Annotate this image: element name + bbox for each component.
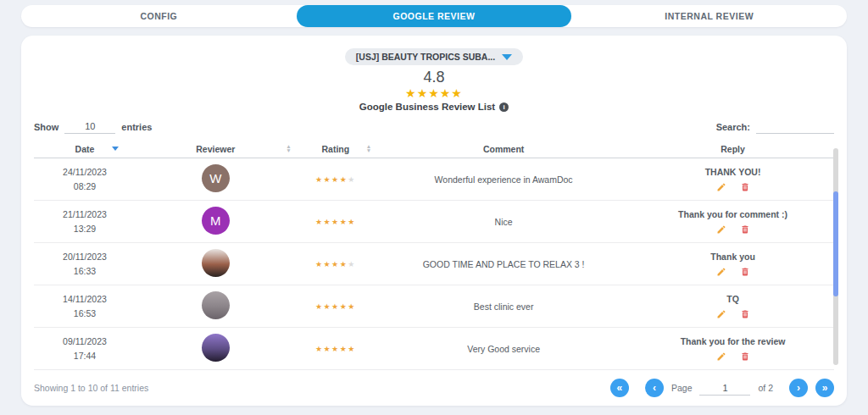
tab-google-review[interactable]: GOOGLE REVIEW <box>297 5 572 27</box>
reply-text: THANK YOU! <box>705 167 761 177</box>
review-time: 16:33 <box>34 264 136 279</box>
tab-internal-review[interactable]: INTERNAL REVIEW <box>571 5 847 27</box>
table-controls: Show entries Search: <box>34 119 834 134</box>
search-control: Search: <box>716 119 834 134</box>
show-label: Show <box>34 122 58 132</box>
review-date-cell: 20/11/2023 16:33 <box>34 250 136 279</box>
rating-stars: ★★★★★ <box>296 302 376 311</box>
review-date: 09/11/2023 <box>34 335 136 349</box>
reviewer-cell: M <box>136 207 296 237</box>
star-icon: ★ <box>405 86 417 100</box>
previous-page-button[interactable]: ‹ <box>645 379 664 397</box>
star-icon: ★ <box>315 260 324 268</box>
delete-trash-icon[interactable] <box>740 182 750 192</box>
scrollbar-track[interactable] <box>833 148 838 365</box>
business-selector-dropdown[interactable]: [USJ] BEAUTY TROPICS SUBA... <box>345 48 523 65</box>
column-header-comment: Comment <box>376 140 632 158</box>
table-footer: Showing 1 to 10 of 11 entries « ‹ Page o… <box>34 379 834 397</box>
column-header-date[interactable]: Date <box>34 140 136 158</box>
avatar-photo <box>202 249 230 277</box>
delete-trash-icon[interactable] <box>740 267 750 277</box>
edit-pencil-icon[interactable] <box>716 182 726 192</box>
chevron-down-icon <box>502 54 512 60</box>
table-row: 09/11/2023 17:44 ★★★★★ Very Good service… <box>34 328 834 370</box>
search-input[interactable] <box>756 119 834 134</box>
reply-actions <box>716 267 750 277</box>
reviewer-cell: W <box>136 164 296 195</box>
column-header-reply-label: Reply <box>721 144 745 154</box>
avatar-photo <box>202 334 230 362</box>
sort-both-icon <box>286 145 291 152</box>
reply-text: Thank you for comment :) <box>678 209 787 219</box>
page-number-input[interactable] <box>699 381 750 396</box>
review-panel: [USJ] BEAUTY TROPICS SUBA... 4.8 ★★★★★ G… <box>21 36 847 406</box>
page-label: Page <box>671 383 693 393</box>
page-length-input[interactable] <box>64 119 115 134</box>
edit-pencil-icon[interactable] <box>716 351 726 362</box>
review-comment: Best clinic ever <box>376 302 632 312</box>
tab-config[interactable]: CONFIG <box>21 5 297 27</box>
star-icon: ★ <box>324 302 332 311</box>
star-icon: ★ <box>417 86 429 100</box>
delete-trash-icon[interactable] <box>740 224 750 235</box>
rating-stars: ★★★★★ <box>296 175 376 184</box>
showing-entries-text: Showing 1 to 10 of 11 entries <box>34 383 148 393</box>
list-title: Google Business Review List <box>34 102 834 112</box>
avatar-initial: W <box>202 164 230 192</box>
rating-stars: ★★★★★ <box>296 260 376 268</box>
column-header-rating[interactable]: Rating <box>296 140 376 158</box>
reply-cell: THANK YOU! <box>632 167 834 192</box>
panel-header: [USJ] BEAUTY TROPICS SUBA... 4.8 ★★★★★ G… <box>34 36 834 112</box>
star-icon: ★ <box>315 175 324 184</box>
star-icon: ★ <box>324 260 332 268</box>
pagination: « ‹ Page of 2 › » <box>610 379 834 397</box>
table-row: 14/11/2023 16:53 ★★★★★ Best clinic ever … <box>34 285 834 328</box>
review-time: 16:53 <box>34 307 136 321</box>
info-icon[interactable] <box>499 102 509 112</box>
rating-stars: ★★★★★ <box>296 345 376 353</box>
reply-cell: TQ <box>632 294 834 319</box>
business-selector-label: [USJ] BEAUTY TROPICS SUBA... <box>356 52 495 62</box>
column-header-date-label: Date <box>75 144 95 154</box>
star-icon: ★ <box>340 302 348 311</box>
star-icon: ★ <box>324 175 332 184</box>
review-table: Date Reviewer Rating Comment Reply 24/11… <box>34 140 834 370</box>
rating-stars: ★★★★★ <box>296 218 376 226</box>
review-date-cell: 14/11/2023 16:53 <box>34 292 136 321</box>
edit-pencil-icon[interactable] <box>716 267 726 277</box>
first-page-button[interactable]: « <box>610 379 629 397</box>
sort-both-icon <box>366 145 371 152</box>
review-time: 17:44 <box>34 349 136 363</box>
star-icon: ★ <box>348 260 356 268</box>
column-header-rating-label: Rating <box>322 144 350 154</box>
column-header-reviewer[interactable]: Reviewer <box>136 140 296 158</box>
review-table-body: 24/11/2023 08:29 W ★★★★★ Wonderful exper… <box>34 158 834 370</box>
last-page-button[interactable]: » <box>815 379 834 397</box>
edit-pencil-icon[interactable] <box>716 309 726 319</box>
delete-trash-icon[interactable] <box>740 309 750 319</box>
reply-text: Thank you <box>710 252 755 262</box>
reply-text: Thank you for the review <box>681 336 786 346</box>
review-date: 14/11/2023 <box>34 292 136 307</box>
search-label: Search: <box>716 122 750 132</box>
star-icon: ★ <box>315 218 324 226</box>
overall-rating-value: 4.8 <box>34 69 834 86</box>
star-icon: ★ <box>324 345 332 353</box>
star-icon: ★ <box>348 218 356 226</box>
review-time: 13:29 <box>34 222 136 236</box>
scrollbar-thumb[interactable] <box>833 191 838 296</box>
next-page-button[interactable]: › <box>789 379 808 397</box>
delete-trash-icon[interactable] <box>740 351 750 362</box>
star-icon: ★ <box>451 86 463 100</box>
star-icon: ★ <box>340 260 348 268</box>
avatar-photo <box>202 291 230 319</box>
overall-rating-stars: ★★★★★ <box>34 86 834 100</box>
star-icon: ★ <box>340 345 348 353</box>
star-icon: ★ <box>340 175 348 184</box>
edit-pencil-icon[interactable] <box>716 224 726 235</box>
top-tab-bar: CONFIG GOOGLE REVIEW INTERNAL REVIEW <box>21 5 847 27</box>
star-icon: ★ <box>440 86 452 100</box>
reply-actions <box>716 224 750 235</box>
review-date-cell: 21/11/2023 13:29 <box>34 208 136 236</box>
reviewer-cell <box>136 334 296 364</box>
